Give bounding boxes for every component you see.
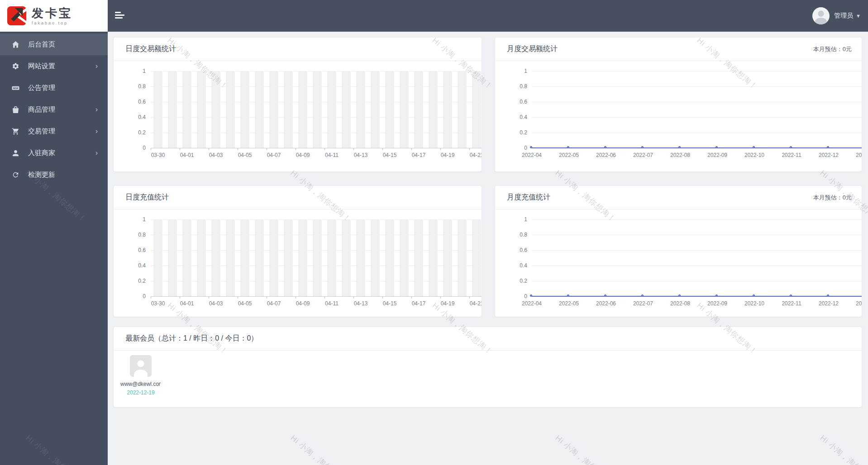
data-point-marker — [678, 146, 681, 148]
plot-area: 2022-042022-052022-062022-072022-082022-… — [532, 71, 862, 148]
x-axis-tick — [411, 296, 412, 299]
brand-logo-icon — [6, 5, 27, 26]
bar-background — [385, 71, 394, 148]
x-axis-label: 2022-08 — [666, 152, 695, 158]
member-avatar — [130, 355, 152, 377]
grid-line — [532, 102, 862, 102]
x-axis-tick — [382, 148, 383, 150]
x-axis-tick — [353, 296, 354, 299]
member-item[interactable]: www@dkewl.com 2022-12-19 — [120, 355, 162, 396]
y-axis-label: 0.2 — [114, 129, 146, 136]
bar-background — [226, 71, 235, 148]
x-axis-tick — [411, 148, 412, 150]
bar-background — [400, 219, 409, 296]
data-point-marker — [753, 146, 755, 148]
sidebar-item-label: 后台首页 — [28, 40, 55, 49]
x-axis-label: 2022-10 — [740, 300, 769, 307]
menu-toggle-icon[interactable] — [115, 12, 125, 19]
bar-background — [240, 219, 249, 296]
sidebar: 发卡宝 fakabao.top 后台首页网站设置›NEW公告管理商品管理›交易管… — [0, 0, 108, 465]
y-axis-label: 0.2 — [495, 129, 527, 136]
y-axis-label: 0.8 — [495, 231, 527, 238]
bar-background — [269, 219, 278, 296]
bar-background — [182, 71, 191, 148]
sidebar-item-trades[interactable]: 交易管理› — [0, 120, 108, 142]
y-axis-label: 0.2 — [114, 277, 146, 285]
sidebar-item-check-update[interactable]: 检测更新 — [0, 164, 108, 185]
plot-area: 2022-042022-052022-062022-072022-082022-… — [532, 219, 862, 296]
bar-background — [443, 71, 452, 148]
bar-background — [327, 71, 336, 148]
data-point-marker — [753, 294, 755, 297]
x-axis-tick — [324, 148, 325, 150]
bar-background — [342, 219, 351, 296]
sidebar-item-merchants[interactable]: 入驻商家› — [0, 142, 108, 164]
latest-members-card: 最新会员（总计：1 / 昨日：0 / 今日：0） www@dkewl.com 2… — [114, 327, 862, 407]
data-point-marker — [790, 294, 792, 297]
data-point-marker — [567, 146, 569, 148]
brand-domain: fakabao.top — [32, 21, 72, 25]
x-axis-label: 03-30 — [143, 300, 172, 307]
x-axis-label: 04-03 — [201, 300, 230, 307]
brand-text: 发卡宝 fakabao.top — [32, 7, 72, 25]
grid-line — [532, 71, 862, 71]
bar-background — [182, 219, 191, 296]
bar-background — [400, 71, 409, 148]
x-axis-label: 04-15 — [375, 152, 404, 158]
x-axis-label: 2022-11 — [777, 152, 806, 158]
data-point-marker — [604, 146, 606, 148]
data-point-marker — [604, 294, 606, 297]
x-axis-line — [151, 148, 482, 148]
bar-background — [269, 71, 278, 148]
y-axis-label: 0.4 — [495, 114, 527, 121]
bar-background — [298, 219, 307, 296]
brand-name: 发卡宝 — [32, 7, 72, 19]
grid-line — [532, 86, 862, 87]
bar-background — [153, 71, 162, 148]
x-axis-tick — [353, 148, 354, 150]
user-menu[interactable]: 管理员 ▼ — [812, 0, 861, 32]
brand-logo[interactable]: 发卡宝 fakabao.top — [0, 0, 108, 32]
x-axis-label: 2023-01 — [851, 152, 862, 158]
x-axis-label: 04-03 — [201, 152, 230, 158]
bar-background — [371, 219, 380, 296]
svg-text:NEW: NEW — [13, 86, 18, 89]
x-axis-label: 04-05 — [230, 152, 259, 158]
sidebar-item-label: 交易管理 — [28, 127, 55, 136]
grid-line — [532, 133, 862, 133]
sidebar-item-label: 商品管理 — [28, 105, 55, 114]
monthly-estimate-label: 本月预估：0元 — [813, 45, 852, 53]
daily-recharge-chart: 10.80.60.40.2003-3004-0104-0304-0504-070… — [114, 219, 482, 314]
sidebar-item-products[interactable]: 商品管理› — [0, 99, 108, 120]
plot-area: 03-3004-0104-0304-0504-0704-0904-1104-13… — [151, 71, 482, 148]
monthly-trade-card: 月度交易额统计 本月预估：0元 10.80.60.40.202022-04202… — [495, 38, 862, 171]
x-axis-tick — [296, 296, 296, 299]
sidebar-item-home[interactable]: 后台首页 — [0, 33, 108, 55]
x-axis-label: 2022-05 — [554, 152, 583, 158]
x-axis-label: 04-13 — [346, 152, 375, 158]
bar-background — [429, 219, 438, 296]
y-axis-label: 0.4 — [114, 262, 146, 269]
y-axis-label: 0.4 — [114, 114, 146, 121]
chevron-right-icon: › — [95, 128, 98, 135]
bar-background — [211, 71, 220, 148]
bar-background — [284, 71, 293, 148]
x-axis-label: 04-11 — [317, 152, 346, 158]
y-axis-label: 0.6 — [495, 98, 527, 105]
x-axis-tick — [440, 148, 441, 150]
bar-background — [327, 219, 336, 296]
y-axis-label: 1 — [495, 67, 527, 75]
x-axis-tick — [209, 296, 209, 299]
x-axis-label: 2022-06 — [591, 300, 620, 307]
data-point-marker — [530, 146, 532, 148]
sidebar-item-announcements[interactable]: NEW公告管理 — [0, 77, 108, 99]
bar-background — [429, 71, 438, 148]
bar-background — [458, 219, 467, 296]
bar-background — [356, 71, 365, 148]
card-header: 月度充值统计 本月预估：0元 — [495, 186, 862, 209]
bar-background — [255, 219, 264, 296]
sidebar-item-site-settings[interactable]: 网站设置› — [0, 55, 108, 77]
bag-icon — [11, 105, 19, 114]
y-axis-label: 0 — [114, 144, 146, 152]
bar-background — [211, 219, 220, 296]
